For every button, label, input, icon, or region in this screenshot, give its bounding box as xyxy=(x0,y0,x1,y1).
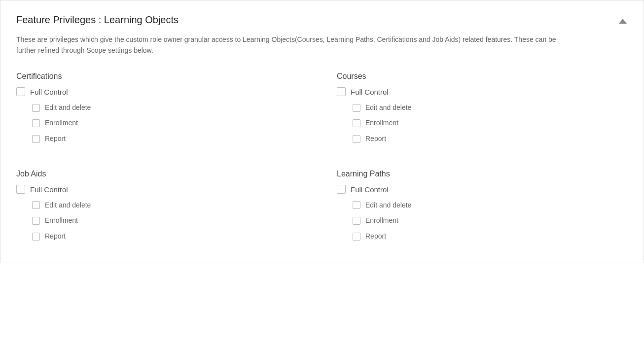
checkbox-ja-full-control[interactable] xyxy=(16,185,25,194)
checkbox-cert-edit-delete[interactable] xyxy=(32,104,40,112)
checkbox-label-lp-full-control: Full Control xyxy=(351,184,389,195)
checkbox-label-courses-report: Report xyxy=(365,134,386,144)
checkbox-ja-edit-delete[interactable] xyxy=(32,201,40,209)
checkbox-courses-enrollment[interactable] xyxy=(353,119,360,127)
checkbox-item-cert-enrollment[interactable]: Enrollment xyxy=(16,118,307,128)
checkbox-item-cert-full-control[interactable]: Full Control xyxy=(16,87,307,97)
checkbox-label-cert-enrollment: Enrollment xyxy=(45,118,78,128)
checkbox-label-courses-full-control: Full Control xyxy=(351,87,389,97)
category-courses: CoursesFull ControlEdit and deleteEnroll… xyxy=(337,72,628,150)
checkbox-item-courses-edit-delete[interactable]: Edit and delete xyxy=(337,103,628,113)
category-certifications: CertificationsFull ControlEdit and delet… xyxy=(16,72,307,150)
checkbox-label-lp-enrollment: Enrollment xyxy=(365,216,398,226)
checkbox-item-ja-edit-delete[interactable]: Edit and delete xyxy=(16,201,307,210)
checkbox-item-cert-edit-delete[interactable]: Edit and delete xyxy=(16,103,307,113)
checkbox-item-ja-enrollment[interactable]: Enrollment xyxy=(16,216,307,226)
checkbox-item-lp-enrollment[interactable]: Enrollment xyxy=(337,216,628,226)
svg-marker-0 xyxy=(619,19,627,24)
checkbox-item-courses-full-control[interactable]: Full Control xyxy=(337,87,628,97)
panel-title: Feature Privileges : Learning Objects xyxy=(16,14,179,26)
category-learning-paths: Learning PathsFull ControlEdit and delet… xyxy=(337,170,628,247)
checkbox-label-cert-edit-delete: Edit and delete xyxy=(45,103,91,113)
checkbox-courses-edit-delete[interactable] xyxy=(353,104,360,112)
category-title-certifications: Certifications xyxy=(16,72,307,81)
category-title-job-aids: Job Aids xyxy=(16,170,307,178)
category-title-learning-paths: Learning Paths xyxy=(337,170,628,178)
checkbox-cert-full-control[interactable] xyxy=(16,87,25,96)
checkbox-label-courses-enrollment: Enrollment xyxy=(365,118,398,128)
checkbox-label-lp-edit-delete: Edit and delete xyxy=(365,201,411,210)
checkbox-cert-report[interactable] xyxy=(32,135,40,143)
checkbox-item-lp-edit-delete[interactable]: Edit and delete xyxy=(337,201,628,210)
checkbox-lp-enrollment[interactable] xyxy=(353,217,360,225)
checkbox-cert-enrollment[interactable] xyxy=(32,119,40,127)
category-title-courses: Courses xyxy=(337,72,628,81)
checkbox-label-courses-edit-delete: Edit and delete xyxy=(365,103,411,113)
checkbox-courses-full-control[interactable] xyxy=(337,87,346,96)
checkbox-item-lp-report[interactable]: Report xyxy=(337,232,628,241)
checkbox-label-cert-report: Report xyxy=(45,134,66,144)
checkbox-lp-edit-delete[interactable] xyxy=(353,201,360,209)
checkbox-item-cert-report[interactable]: Report xyxy=(16,134,307,144)
checkbox-item-courses-report[interactable]: Report xyxy=(337,134,628,144)
feature-privileges-panel: Feature Privileges : Learning Objects Th… xyxy=(0,0,644,263)
categories-grid: CertificationsFull ControlEdit and delet… xyxy=(16,72,628,247)
checkbox-label-ja-full-control: Full Control xyxy=(30,184,68,195)
checkbox-ja-enrollment[interactable] xyxy=(32,217,40,225)
category-job-aids: Job AidsFull ControlEdit and deleteEnrol… xyxy=(16,170,307,247)
checkbox-item-ja-report[interactable]: Report xyxy=(16,232,307,241)
checkbox-item-courses-enrollment[interactable]: Enrollment xyxy=(337,118,628,128)
collapse-icon[interactable] xyxy=(618,16,628,26)
checkbox-lp-report[interactable] xyxy=(353,233,360,241)
panel-description: These are privileges which give the cust… xyxy=(16,34,559,56)
checkbox-courses-report[interactable] xyxy=(353,135,360,143)
checkbox-item-lp-full-control[interactable]: Full Control xyxy=(337,184,628,195)
checkbox-ja-report[interactable] xyxy=(32,233,40,241)
checkbox-label-ja-report: Report xyxy=(45,232,66,241)
panel-header: Feature Privileges : Learning Objects xyxy=(16,14,628,26)
checkbox-lp-full-control[interactable] xyxy=(337,185,346,194)
checkbox-item-ja-full-control[interactable]: Full Control xyxy=(16,184,307,195)
checkbox-label-lp-report: Report xyxy=(365,232,386,241)
checkbox-label-ja-enrollment: Enrollment xyxy=(45,216,78,226)
checkbox-label-cert-full-control: Full Control xyxy=(30,87,68,97)
checkbox-label-ja-edit-delete: Edit and delete xyxy=(45,201,91,210)
